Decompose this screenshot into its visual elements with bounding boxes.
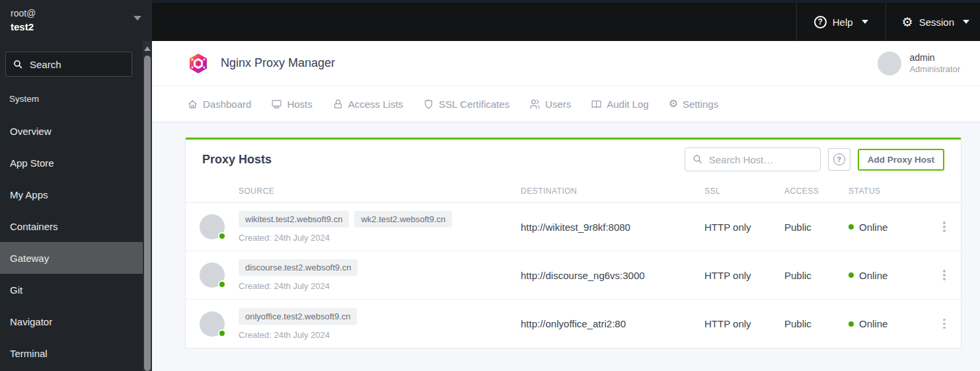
col-header-source: SOURCE	[239, 186, 521, 196]
sidebar-item-gateway[interactable]: Gateway	[0, 242, 143, 274]
status-dot-icon	[848, 224, 854, 229]
session-label: Session	[919, 17, 954, 28]
user-role: Administrator	[909, 63, 960, 75]
host-avatar	[200, 214, 225, 239]
sidebar-item-git[interactable]: Git	[0, 274, 143, 306]
search-host-input[interactable]	[685, 147, 821, 171]
domain-chip: wk2.test2.websoft9.cn	[354, 211, 452, 227]
tab-access-lists[interactable]: Access Lists	[332, 99, 403, 110]
sidebar-item-app-store[interactable]: App Store	[0, 147, 143, 179]
card-header: Proxy Hosts ? Add Proxy Host	[186, 140, 961, 179]
tab-label: Dashboard	[203, 99, 251, 110]
table-header-row: SOURCE DESTINATION SSL ACCESS STATUS	[186, 179, 961, 203]
search-icon	[692, 153, 703, 165]
scroll-up-arrow-icon[interactable]	[144, 46, 151, 51]
tab-label: Audit Log	[607, 99, 648, 110]
chevron-down-icon	[862, 20, 868, 24]
sidebar-item-my-apps[interactable]: My Apps	[0, 179, 143, 210]
tab-label: Access Lists	[348, 99, 403, 110]
host-avatar	[200, 311, 225, 337]
access-value: Public	[784, 222, 848, 233]
table-row: discourse.test2.websoft9.cn Created: 24t…	[186, 251, 961, 300]
row-menu-kebab-icon[interactable]	[940, 267, 948, 283]
sidebar-item-containers[interactable]: Containers	[0, 210, 143, 242]
tab-hosts[interactable]: Hosts	[271, 99, 312, 110]
access-value: Public	[784, 270, 848, 281]
tab-users[interactable]: Users	[529, 99, 571, 110]
sidebar-item-navigator[interactable]: Navigator	[0, 306, 143, 337]
table-row: wikitest.test2.websoft9.cn wk2.test2.web…	[186, 203, 961, 251]
topbar: ? Help ⚙ Session	[152, 0, 980, 41]
col-header-ssl: SSL	[704, 186, 784, 196]
help-circle-icon: ?	[833, 153, 845, 165]
created-date: Created: 24th July 2024	[239, 281, 521, 291]
sidebar-nav: Overview App Store My Apps Containers Ga…	[0, 115, 143, 369]
sidebar-search-box[interactable]	[5, 52, 132, 77]
sidebar-scrollbar[interactable]	[143, 41, 152, 371]
table-row: onlyoffice.test2.websoft9.cn Created: 24…	[186, 300, 961, 348]
shield-icon	[423, 99, 434, 110]
status-label: Online	[859, 222, 887, 233]
help-label: Help	[833, 17, 853, 28]
app-header: Nginx Proxy Manager admin Administrator	[152, 41, 980, 86]
status-label: Online	[859, 270, 887, 281]
sidebar-section-system: System	[9, 94, 39, 104]
tab-label: Settings	[683, 99, 718, 110]
proxy-hosts-table: SOURCE DESTINATION SSL ACCESS STATUS wik…	[186, 179, 961, 348]
ssl-value: HTTP only	[704, 270, 784, 281]
row-menu-kebab-icon[interactable]	[940, 219, 948, 235]
sidebar-user-menu[interactable]: root@ test2	[0, 0, 152, 41]
status-label: Online	[859, 318, 887, 329]
tab-audit-log[interactable]: Audit Log	[591, 99, 648, 110]
lock-icon	[332, 99, 344, 110]
help-button[interactable]: ?	[828, 148, 850, 171]
tab-ssl-certificates[interactable]: SSL Certificates	[423, 99, 509, 110]
row-menu-kebab-icon[interactable]	[940, 316, 948, 332]
user-menu[interactable]: admin Administrator	[878, 52, 960, 75]
sidebar: root@ test2 System Overview App Store My…	[0, 0, 152, 371]
col-header-access: ACCESS	[784, 186, 848, 196]
search-icon	[13, 59, 23, 69]
user-host-prefix: root@	[11, 7, 36, 20]
scrollbar-thumb[interactable]	[144, 56, 151, 371]
tab-dashboard[interactable]: Dashboard	[187, 99, 251, 110]
session-menu[interactable]: ⚙ Session	[886, 3, 980, 41]
proxy-hosts-card: Proxy Hosts ? Add Proxy Host SOURCE DEST…	[185, 138, 961, 349]
status-dot-icon	[848, 272, 854, 278]
domain-chip: discourse.test2.websoft9.cn	[239, 259, 358, 276]
user-name: admin	[909, 52, 960, 63]
created-date: Created: 24th July 2024	[239, 330, 521, 340]
chevron-down-icon	[963, 20, 969, 24]
sidebar-item-terminal[interactable]: Terminal	[0, 337, 143, 369]
users-icon	[529, 99, 541, 110]
online-dot-icon	[218, 280, 226, 288]
help-circle-icon: ?	[814, 16, 827, 28]
avatar	[878, 52, 901, 75]
help-menu[interactable]: ? Help	[796, 3, 886, 41]
search-input[interactable]	[30, 59, 116, 70]
sidebar-item-overview[interactable]: Overview	[0, 115, 143, 147]
add-proxy-host-button[interactable]: Add Proxy Host	[858, 149, 944, 171]
destination-url: http://discourse_ng6vs:3000	[521, 270, 704, 281]
domain-chip: onlyoffice.test2.websoft9.cn	[239, 308, 357, 325]
chevron-down-icon	[133, 16, 141, 21]
destination-url: http://onlyoffice_atri2:80	[521, 318, 704, 329]
book-icon	[591, 99, 602, 110]
host-avatar	[200, 263, 225, 288]
main-content: Proxy Hosts ? Add Proxy Host SOURCE DEST…	[152, 122, 980, 371]
col-header-destination: DESTINATION	[521, 186, 704, 196]
tab-label: Users	[545, 99, 571, 110]
tab-label: SSL Certificates	[439, 99, 509, 110]
tab-label: Hosts	[287, 99, 312, 110]
tab-settings[interactable]: ⚙ Settings	[669, 99, 719, 110]
main-tabs: Dashboard Hosts Access Lists SSL Certifi…	[152, 86, 980, 122]
host-search-box[interactable]	[685, 147, 821, 171]
status-dot-icon	[848, 321, 854, 327]
nginx-proxy-manager-logo	[187, 52, 209, 75]
access-value: Public	[784, 318, 848, 329]
user-host-name: test2	[11, 20, 36, 34]
home-icon	[187, 99, 198, 110]
destination-url: http://wikitest_9r8kf:8080	[521, 222, 704, 233]
page-title: Nginx Proxy Manager	[221, 56, 335, 70]
domain-chip: wikitest.test2.websoft9.cn	[239, 211, 349, 227]
